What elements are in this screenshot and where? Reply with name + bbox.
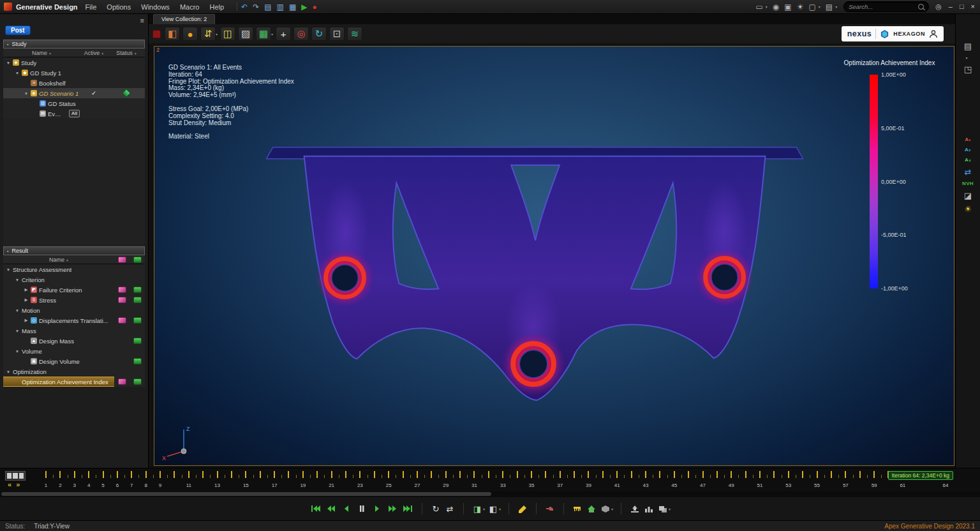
expander-icon[interactable]: ▼ — [15, 278, 20, 282]
snapshot-icon[interactable]: ▣ — [784, 3, 791, 11]
column-name[interactable]: Name▾ — [3, 257, 114, 263]
timeline-tick-45[interactable] — [674, 471, 675, 478]
play-direction-button[interactable]: ⇄ — [444, 504, 456, 514]
vector-plot-icon-dropdown[interactable]: ▾ — [216, 32, 218, 36]
active-checkmark[interactable]: ✓ — [80, 90, 108, 96]
study-section-header[interactable]: ▪ Study — [3, 40, 145, 49]
image-capture-button[interactable] — [657, 504, 669, 514]
layout-icon[interactable]: ▤ — [826, 3, 833, 11]
sphere-result-icon[interactable]: ● — [182, 27, 198, 41]
timeline-tick-44[interactable] — [659, 471, 660, 478]
timeline-tick-35[interactable] — [531, 471, 532, 478]
timeline-tick-28[interactable] — [431, 471, 432, 478]
timeline-tick-16[interactable] — [260, 471, 261, 478]
timeline-tick-22[interactable] — [345, 471, 346, 478]
xy-plot-cell[interactable] — [114, 356, 130, 366]
fit-view-icon[interactable]: ⊡ — [329, 27, 345, 41]
timeline-tick-37[interactable] — [560, 471, 561, 478]
xy-plot-cell[interactable] — [114, 315, 130, 325]
menu-file[interactable]: File — [85, 3, 97, 11]
jump-forward-icon[interactable]: » — [16, 481, 20, 488]
contour-display-icon[interactable]: ◧ — [165, 27, 180, 41]
timeline-tick-3[interactable] — [74, 471, 75, 478]
animate-icon[interactable]: ↻ — [311, 27, 327, 41]
pause-button[interactable] — [355, 504, 368, 514]
contour-cell[interactable] — [130, 346, 145, 356]
contour-cell[interactable] — [130, 366, 145, 377]
export-up-button[interactable] — [629, 504, 641, 514]
window-sync-button[interactable]: ◨ — [471, 504, 483, 514]
align-axis-2-icon[interactable]: A₂ — [965, 147, 971, 153]
home-view-button[interactable] — [586, 504, 597, 514]
timeline-tick-9[interactable] — [160, 471, 161, 478]
expander-icon[interactable]: ▶ — [24, 318, 29, 323]
study-row-events[interactable]: ▤EventsAll — [3, 108, 145, 119]
xy-plot-cell[interactable] — [114, 346, 130, 356]
view-sync-button[interactable]: ◧ — [487, 504, 499, 514]
column-name[interactable]: Name▾ — [3, 50, 80, 56]
result-row-failure-criterion[interactable]: ▶◩Failure Criterion — [3, 285, 145, 295]
timeline-tick-36[interactable] — [545, 471, 546, 478]
result-row-stress[interactable]: ▶SStress — [3, 295, 145, 305]
timeline-tick-14[interactable] — [231, 471, 232, 478]
xy-plot-cell[interactable] — [114, 336, 130, 346]
result-row-design-mass[interactable]: ▲Design Mass — [3, 336, 145, 346]
timeline-tick-2[interactable] — [59, 471, 61, 478]
timeline-tick-5[interactable] — [103, 471, 104, 478]
record-macro-icon[interactable]: ● — [312, 3, 316, 11]
result-row-volume[interactable]: ▼Volume — [3, 346, 145, 356]
play-forward-button[interactable] — [371, 504, 383, 514]
contour-cell[interactable] — [130, 356, 145, 366]
screen-layout-icon[interactable]: ▤ — [964, 42, 972, 50]
timeline-tick-43[interactable] — [645, 471, 646, 478]
study-row-bookshelf[interactable]: ≡Bookshelf — [3, 78, 145, 88]
menu-help[interactable]: Help — [209, 3, 224, 11]
xy-plot-cell[interactable] — [114, 295, 130, 305]
column-contour-icon[interactable] — [130, 255, 145, 264]
section-cut-icon[interactable]: ◪ — [964, 191, 972, 200]
timeline-tick-17[interactable] — [274, 471, 275, 478]
screen-layout-icon-dropdown[interactable]: ▾ — [965, 56, 967, 60]
redo-icon[interactable]: ↷ — [253, 3, 259, 11]
timeline-tick-1[interactable] — [45, 471, 47, 478]
timeline-tick-23[interactable] — [359, 471, 360, 478]
timeline-tick-7[interactable] — [131, 471, 132, 478]
timeline-tick-55[interactable] — [817, 471, 818, 478]
timeline-tick-18[interactable] — [288, 471, 289, 478]
timeline-tick-19[interactable] — [302, 471, 304, 478]
sync-views-icon[interactable]: ⇄ — [965, 168, 972, 176]
expander-icon[interactable]: ▼ — [15, 349, 20, 354]
fast-forward-button[interactable] — [386, 504, 399, 514]
light-bulb-icon[interactable]: ☀ — [964, 205, 972, 213]
result-row-criterion[interactable]: ▼Criterion — [3, 274, 145, 285]
events-filter-badge[interactable]: All — [69, 110, 80, 117]
align-axis-3-icon[interactable]: A₃ — [965, 158, 971, 163]
result-row-design-volume[interactable]: ▣Design Volume — [3, 356, 145, 366]
expander-icon[interactable]: ▶ — [24, 287, 29, 292]
timeline-tick-38[interactable] — [574, 471, 575, 478]
close-icon[interactable]: × — [971, 3, 975, 10]
expander-icon[interactable]: ▼ — [24, 91, 29, 96]
timeline-tick-12[interactable] — [202, 471, 204, 478]
column-active[interactable]: Active▾ — [80, 50, 108, 56]
pin-window-icon[interactable]: ◎ — [935, 3, 942, 10]
xy-plot-cell[interactable] — [114, 264, 130, 274]
xy-plot-cell[interactable] — [114, 285, 130, 295]
timeline-tick-15[interactable] — [245, 471, 246, 478]
annotation-pencil-button[interactable] — [517, 504, 528, 514]
mesh-display-icon-dropdown[interactable]: ▾ — [271, 32, 273, 36]
timeline-tick-13[interactable] — [217, 471, 218, 478]
study-row-gd-status[interactable]: ▥GD Status — [3, 98, 145, 108]
timeline-tick-8[interactable] — [145, 471, 147, 478]
timeline-tick-51[interactable] — [759, 471, 761, 478]
timeline-tick-59[interactable] — [873, 471, 875, 478]
expander-icon[interactable]: ▼ — [6, 267, 11, 272]
timeline-tick-53[interactable] — [788, 471, 789, 478]
study-row-gd-study-1[interactable]: ▼◆GD Study 1 — [3, 68, 145, 78]
skip-end-button[interactable] — [401, 504, 414, 514]
xy-plot-cell[interactable] — [114, 325, 130, 336]
view-collection-tab[interactable]: View Collection: 2 — [153, 14, 215, 24]
timeline-tick-57[interactable] — [845, 471, 846, 478]
skip-start-button[interactable] — [309, 504, 322, 514]
timeline-tick-32[interactable] — [488, 471, 489, 478]
